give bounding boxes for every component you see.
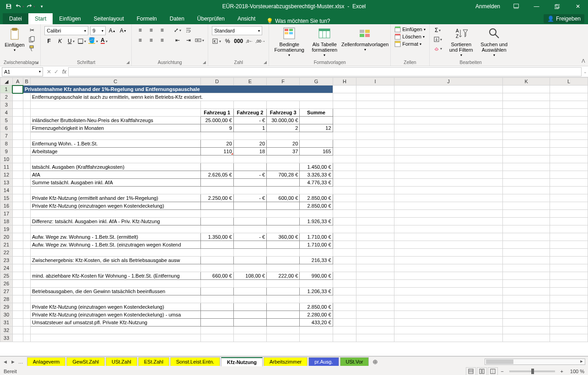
tab-nav-next-icon[interactable]: ► [10, 359, 16, 364]
add-sheet-icon[interactable]: ⊕ [369, 358, 382, 365]
align-bottom-icon[interactable]: ≡ [157, 26, 167, 34]
row-header[interactable]: 4 [0, 109, 13, 117]
row-header[interactable]: 9 [0, 148, 13, 155]
row-header[interactable]: 27 [0, 288, 13, 295]
row-header[interactable]: 5 [0, 117, 13, 124]
undo-icon[interactable] [15, 1, 25, 11]
sheet-tab-active[interactable]: Kfz-Nutzung [221, 357, 263, 366]
decrease-font-icon[interactable]: A▼ [119, 27, 128, 35]
minimize-icon[interactable]: — [526, 0, 547, 13]
decrease-decimal-icon[interactable]: ,00→ [256, 37, 265, 45]
increase-font-icon[interactable]: A▲ [108, 27, 117, 35]
number-format[interactable]: Standard▾ [212, 26, 262, 35]
sheet-tab[interactable]: ESt.Zahl [138, 357, 169, 366]
format-painter-icon[interactable] [27, 44, 37, 53]
percent-icon[interactable]: % [223, 37, 232, 45]
conditional-formatting-button[interactable]: Bedingte Formatierung▾ [273, 26, 306, 58]
row-header[interactable]: 26 [0, 280, 13, 288]
format-as-table-button[interactable]: Als Tabelle formatieren▾ [310, 26, 339, 58]
align-center-icon[interactable]: ≡ [146, 36, 156, 44]
align-middle-icon[interactable]: ≡ [146, 26, 156, 34]
align-top-icon[interactable]: ≡ [135, 26, 145, 34]
decrease-indent-icon[interactable]: ⇤ [173, 36, 182, 44]
row-header[interactable]: 3 [0, 101, 13, 109]
dialog-launcher-icon[interactable]: ◢ [264, 60, 267, 64]
zoom-out-icon[interactable]: − [499, 369, 505, 374]
row-header[interactable]: 8 [0, 140, 13, 148]
accounting-format-icon[interactable]: € [212, 37, 221, 45]
font-size[interactable]: 9▾ [90, 26, 106, 35]
row-header[interactable]: 24 [0, 264, 13, 272]
row-header[interactable]: 6 [0, 124, 13, 132]
redo-icon[interactable] [26, 1, 36, 11]
expand-formula-bar-icon[interactable]: ⌄ [583, 70, 587, 74]
subtitle-cell[interactable]: Entfernungspauschale ist auch zu ermitte… [31, 93, 333, 101]
row-header[interactable]: 29 [0, 303, 13, 311]
sort-filter-button[interactable]: AZ Sortieren und Filtern▾ [446, 26, 476, 58]
sheet-tab[interactable]: USt.Vor [340, 357, 369, 366]
ribbon-options-icon[interactable] [506, 0, 526, 13]
maximize-icon[interactable] [547, 0, 567, 13]
cut-icon[interactable]: ✂ [27, 26, 37, 34]
row-header[interactable]: 33 [0, 334, 13, 342]
autosum-icon[interactable]: Σ [433, 26, 442, 34]
align-left-icon[interactable]: ≡ [135, 36, 145, 44]
select-all[interactable]: ◢ [0, 78, 13, 86]
row-header[interactable]: 23 [0, 257, 13, 264]
orientation-icon[interactable]: ⤢ [173, 26, 182, 34]
cell-styles-button[interactable]: Zellenformatvorlagen▾ [343, 26, 387, 52]
row-header[interactable]: 12 [0, 171, 13, 179]
tab-review[interactable]: Überprüfen [191, 13, 231, 24]
row-header[interactable]: 31 [0, 319, 13, 327]
bold-icon[interactable]: F [44, 37, 54, 45]
horizontal-scrollbar[interactable]: ◄► [485, 359, 585, 365]
zoom-slider[interactable] [509, 370, 555, 372]
collapse-ribbon-icon[interactable]: ᐱ [582, 58, 585, 64]
tab-start[interactable]: Start [28, 13, 53, 24]
signin-link[interactable]: Anmelden [470, 3, 506, 10]
row-header[interactable]: 21 [0, 241, 13, 249]
row-header[interactable]: 16 [0, 202, 13, 210]
row-header[interactable]: 19 [0, 225, 13, 233]
font-color-icon[interactable]: A [99, 37, 108, 45]
wrap-text-icon[interactable] [184, 26, 193, 34]
row-header[interactable]: 13 [0, 179, 13, 187]
row-header[interactable]: 25 [0, 272, 13, 280]
tab-formulas[interactable]: Formeln [130, 13, 163, 24]
fill-color-icon[interactable]: 🪣 [88, 37, 97, 45]
thousands-icon[interactable]: 000 [234, 37, 243, 45]
tab-view[interactable]: Ansicht [231, 13, 262, 24]
tab-insert[interactable]: Einfügen [53, 13, 87, 24]
view-pagelayout-icon[interactable] [477, 367, 487, 375]
sheet-tab[interactable]: USt.Zahl [106, 357, 137, 366]
font-name[interactable]: Calibri▾ [44, 26, 88, 35]
row-header[interactable]: 22 [0, 249, 13, 257]
find-select-button[interactable]: Suchen und Auswählen▾ [480, 26, 508, 58]
sheet-tab[interactable]: Anlageverm [27, 357, 66, 366]
italic-icon[interactable]: K [55, 37, 65, 45]
cancel-formula-icon[interactable]: ✕ [47, 69, 51, 75]
save-icon[interactable] [4, 1, 14, 11]
zoom-in-icon[interactable]: + [559, 369, 565, 374]
dialog-launcher-icon[interactable]: ◢ [126, 60, 129, 64]
tab-pagelayout[interactable]: Seitenlayout [87, 13, 130, 24]
row-header[interactable]: 15 [0, 194, 13, 202]
enter-formula-icon[interactable]: ✓ [54, 69, 59, 75]
merge-center-icon[interactable] [195, 36, 204, 44]
sheet-tab[interactable]: GewSt.Zahl [66, 357, 104, 366]
tell-me[interactable]: 💡Was möchten Sie tun? [262, 18, 334, 24]
formula-input[interactable] [68, 67, 582, 76]
column-headers[interactable]: ◢ ABCDEFGHIJKL [0, 78, 588, 86]
format-cells-button[interactable]: Format ▾ [394, 41, 425, 47]
qat-customize-icon[interactable]: ▾ [37, 1, 47, 11]
row-header[interactable]: 18 [0, 218, 13, 225]
row-header[interactable]: 14 [0, 187, 13, 194]
increase-decimal-icon[interactable]: ,0← [245, 37, 254, 45]
tab-nav-more-icon[interactable]: … [17, 359, 24, 364]
row-header[interactable]: 11 [0, 163, 13, 171]
align-right-icon[interactable]: ≡ [157, 36, 167, 44]
tab-data[interactable]: Daten [163, 13, 191, 24]
tab-file[interactable]: Datei [3, 13, 28, 24]
row-header[interactable]: 32 [0, 327, 13, 334]
underline-icon[interactable]: U [66, 37, 76, 45]
